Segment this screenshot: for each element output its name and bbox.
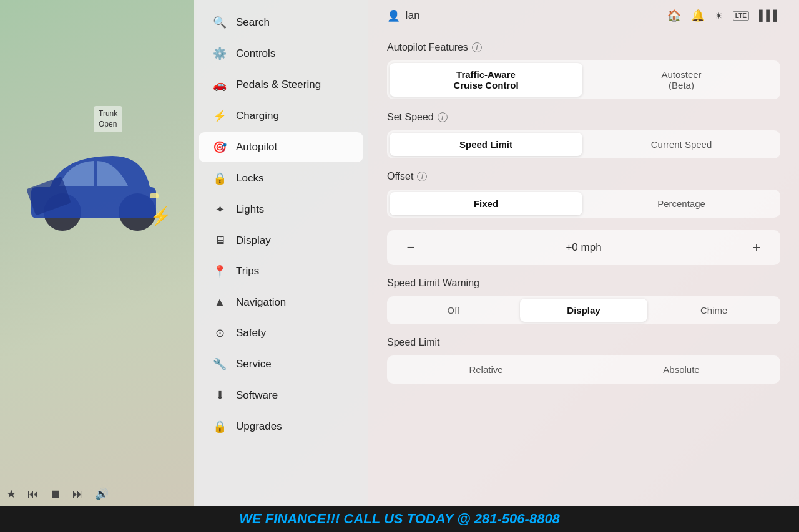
sidebar-item-controls[interactable]: ⚙️ Controls [199,39,363,69]
sidebar-label-navigation: Navigation [236,296,286,309]
warning-chime-button[interactable]: Chime [650,299,778,322]
sidebar-label-trips: Trips [236,265,259,278]
offset-value-display: +0 mph [566,241,601,254]
speed-limit-warning-label: Speed Limit Warning [387,278,479,289]
banner-text: WE FINANCE!!! CALL US TODAY @ 281-506-88… [12,511,787,527]
sidebar-item-safety[interactable]: ⊙ Safety [199,318,363,348]
safety-icon: ⊙ [212,326,227,340]
sidebar-label-charging: Charging [236,110,279,122]
sidebar-item-upgrades[interactable]: 🔒 Upgrades [199,412,363,442]
sidebar-item-search[interactable]: 🔍 Search [199,7,363,37]
speed-limit-button[interactable]: Speed Limit [390,133,582,156]
stop-button[interactable]: ⏹ [50,488,61,501]
absolute-button[interactable]: Absolute [585,358,778,381]
car-area: Trunk Open ⚡ ★ ⏮ ⏹ ⏭ 🔊 [0,0,197,532]
prev-track-button[interactable]: ⏮ [27,488,39,501]
sidebar-label-service: Service [236,358,272,370]
content-header: 👤 Ian 🏠 🔔 ✴ LTE ▌▌▌ [368,0,799,29]
speed-limit-section-label: Speed Limit [387,337,440,348]
charging-icon: ⚡ [212,109,227,123]
sidebar-label-display: Display [236,235,271,247]
bluetooth-icon[interactable]: ✴ [715,10,723,22]
sidebar-label-upgrades: Upgrades [236,420,282,433]
sidebar-item-service[interactable]: 🔧 Service [199,349,363,379]
sidebar-label-controls: Controls [236,47,275,60]
sidebar-label-safety: Safety [236,327,266,339]
service-icon: 🔧 [212,357,227,371]
offset-minus-button[interactable]: − [400,236,422,259]
speed-limit-warning-title: Speed Limit Warning [387,278,780,289]
sidebar-label-lights: Lights [236,203,264,216]
sidebar-item-lights[interactable]: ✦ Lights [199,195,363,225]
charging-indicator: ⚡ [150,206,172,226]
relative-button[interactable]: Relative [390,358,582,381]
bottom-banner: WE FINANCE!!! CALL US TODAY @ 281-506-88… [0,506,799,532]
speed-limit-title: Speed Limit [387,337,780,348]
autopilot-features-info-icon[interactable]: i [472,42,482,52]
offset-plus-button[interactable]: + [745,236,768,259]
warning-display-button[interactable]: Display [520,299,648,322]
user-icon: 👤 [387,9,400,22]
signal-bars-icon: ▌▌▌ [759,10,780,21]
content-body: Autopilot Features i Traffic-Aware Cruis… [368,29,799,409]
svg-rect-4 [150,193,159,198]
media-controls[interactable]: ★ ⏮ ⏹ ⏭ 🔊 [6,487,109,501]
sidebar: 🔍 Search ⚙️ Controls 🚗 Pedals & Steering… [194,0,368,532]
sidebar-item-locks[interactable]: 🔒 Locks [199,163,363,193]
offset-title: Offset i [387,171,780,182]
sidebar-label-autopilot: Autopilot [236,141,277,153]
sidebar-label-search: Search [236,16,270,29]
sidebar-item-software[interactable]: ⬇ Software [199,380,363,410]
autosteer-button[interactable]: Autosteer (Beta) [585,63,778,97]
search-icon: 🔍 [212,16,227,29]
sidebar-item-autopilot[interactable]: 🎯 Autopilot [199,132,363,162]
speed-limit-warning-toggle: Off Display Chime [387,296,780,324]
lights-icon: ✦ [212,203,227,216]
autopilot-features-title: Autopilot Features i [387,42,780,53]
fixed-button[interactable]: Fixed [390,192,582,215]
user-info: 👤 Ian [387,9,420,22]
set-speed-toggle: Speed Limit Current Speed [387,130,780,158]
main-panel: 🔍 Search ⚙️ Controls 🚗 Pedals & Steering… [194,0,799,532]
percentage-button[interactable]: Percentage [585,192,778,215]
autopilot-features-toggle: Traffic-Aware Cruise Control Autosteer (… [387,60,780,99]
bell-icon[interactable]: 🔔 [691,9,705,22]
sidebar-item-charging[interactable]: ⚡ Charging [199,101,363,131]
favorite-button[interactable]: ★ [6,487,16,501]
username-label: Ian [405,9,420,22]
navigation-icon: ▲ [212,296,227,309]
next-track-button[interactable]: ⏭ [72,488,84,501]
lte-badge: LTE [733,11,749,21]
upgrades-icon: 🔒 [212,420,227,433]
offset-control: − +0 mph + [387,230,780,265]
offset-info-icon[interactable]: i [417,172,427,181]
sidebar-item-trips[interactable]: 📍 Trips [199,256,363,286]
audio-button[interactable]: 🔊 [95,487,109,501]
offset-toggle: Fixed Percentage [387,190,780,218]
autopilot-features-label: Autopilot Features [387,42,468,53]
display-icon: 🖥 [212,234,227,247]
sidebar-item-pedals[interactable]: 🚗 Pedals & Steering [199,70,363,100]
controls-icon: ⚙️ [212,47,227,60]
sidebar-label-software: Software [236,389,278,402]
set-speed-title: Set Speed i [387,112,780,123]
sidebar-item-display[interactable]: 🖥 Display [199,226,363,255]
content-area: 👤 Ian 🏠 🔔 ✴ LTE ▌▌▌ Autopilot Features i… [368,0,799,532]
set-speed-label: Set Speed [387,112,434,123]
locks-icon: 🔒 [212,172,227,185]
pedals-icon: 🚗 [212,78,227,92]
software-icon: ⬇ [212,389,227,402]
autopilot-icon: 🎯 [212,140,227,154]
garage-icon[interactable]: 🏠 [667,9,681,22]
sidebar-label-locks: Locks [236,172,263,185]
offset-label: Offset [387,171,413,182]
set-speed-info-icon[interactable]: i [438,112,448,122]
sidebar-item-navigation[interactable]: ▲ Navigation [199,288,363,317]
current-speed-button[interactable]: Current Speed [585,133,778,156]
sidebar-label-pedals: Pedals & Steering [236,79,321,91]
header-icons: 🏠 🔔 ✴ LTE ▌▌▌ [667,9,780,22]
tacc-button[interactable]: Traffic-Aware Cruise Control [390,63,582,97]
warning-off-button[interactable]: Off [390,299,517,322]
speed-limit-toggle: Relative Absolute [387,355,780,384]
trips-icon: 📍 [212,264,227,278]
